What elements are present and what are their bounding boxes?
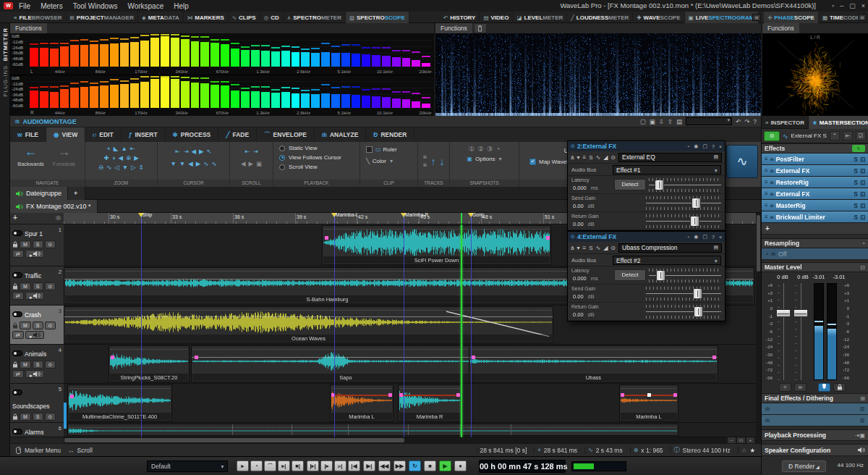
preset-field[interactable]: Ubass Compression▤ — [618, 243, 722, 253]
tab-filebrowser[interactable]: ≡FILEBROWSER — [10, 12, 67, 23]
snapshot-options-dropdown[interactable]: ▣Options▾ — [450, 153, 519, 164]
insert-icon[interactable]: ⇥ — [855, 432, 860, 439]
maximize-icon[interactable]: ▢ — [702, 234, 707, 240]
add-effect-slot[interactable]: + — [762, 223, 868, 235]
maximize-icon[interactable]: ▢ — [849, 2, 856, 9]
detect-button[interactable]: Detect — [614, 179, 646, 190]
level-icon[interactable]: ◢ — [603, 154, 608, 161]
zoom-tool-icon[interactable]: ◁ — [114, 164, 119, 172]
track-routing-button[interactable]: ⇄ — [12, 292, 24, 300]
tab-spectrometer[interactable]: ∧SPECTROMETER — [284, 12, 346, 23]
play-range-button-0[interactable]: |▸| — [307, 461, 319, 471]
scroll-tool-icon[interactable]: ▶ — [248, 160, 253, 168]
clip-scifi-power-down[interactable]: SciFi Power Down — [322, 225, 551, 265]
tab-video[interactable]: ▤VIDEO — [480, 12, 513, 23]
import-icon[interactable]: ⇧ — [668, 118, 673, 125]
effect-slot-restorerig[interactable]: ≡ıΙıRestoreRigS⊡ — [762, 177, 868, 188]
slider-handle[interactable] — [693, 288, 702, 299]
horizontal-scrollbar[interactable]: −▭+ — [64, 437, 756, 443]
tab-spectroscope[interactable]: ▥SPECTROSCOPE — [346, 12, 409, 23]
move-track-up-icon[interactable]: ↑ — [430, 156, 435, 167]
level-envelope[interactable] — [400, 395, 459, 396]
solo-button[interactable]: S — [33, 240, 43, 248]
param-slider[interactable] — [646, 287, 721, 300]
solo-button[interactable]: S — [33, 413, 43, 421]
marker-marimba-l[interactable]: Marimba-L — [331, 213, 337, 217]
track-bypass-button[interactable]: ⊙ — [45, 240, 56, 248]
track-routing-button[interactable]: ⇄ — [12, 370, 24, 378]
param-slider[interactable] — [646, 214, 721, 228]
monitor-icon[interactable]: ◉ — [694, 143, 698, 149]
track-header-crash[interactable]: Crash3MS⊙⇄● — [10, 306, 64, 345]
zoom-tool-icon[interactable]: ◣ — [114, 145, 119, 153]
zoom-tool-icon[interactable]: ▷ — [131, 164, 136, 172]
cursor-tool-icon[interactable]: ∿ — [211, 160, 216, 168]
add-group-tab[interactable]: + — [68, 187, 85, 200]
bypass-effect-button[interactable]: ⊡ — [860, 202, 865, 209]
forwards-button[interactable]: →Forwards — [48, 143, 81, 167]
tab-wavescope[interactable]: ✚WAVESCOPE — [633, 12, 684, 23]
cursor-tool-icon[interactable]: ▼ — [170, 160, 176, 168]
clip-handle[interactable] — [472, 356, 475, 359]
track-active-toggle[interactable] — [12, 390, 22, 395]
bypass-icon[interactable]: ⊡ — [860, 406, 864, 412]
tool-config-icon[interactable]: ∿ — [783, 133, 788, 140]
solo-icon[interactable]: S — [589, 245, 592, 251]
scroll-tool-icon[interactable]: ⇤ — [244, 148, 250, 156]
track-header-spur-1[interactable]: Spur 11MS⊙⇄● — [10, 224, 64, 266]
new-icon[interactable]: ▢ — [640, 118, 646, 125]
clip-handle[interactable] — [70, 395, 74, 398]
zoom-tool-icon[interactable]: ▲ — [121, 145, 127, 153]
marker-ship[interactable]: Ship — [138, 213, 144, 217]
clip-stringplucks-s08ct-20[interactable]: StringPlucks_S08CT.20 — [109, 345, 190, 382]
ribbon-tab-envelope[interactable]: ⌒ENVELOPE — [257, 127, 315, 142]
routing-icon[interactable]: ∿ — [595, 245, 600, 251]
zoom-preset-dropdown[interactable] — [686, 117, 732, 125]
undo-icon[interactable]: ↶ — [736, 118, 741, 125]
playback-mode-1[interactable]: View Follows Cursor — [273, 153, 359, 162]
track-list-icon[interactable]: ≣ — [423, 162, 427, 168]
slider-handle[interactable] — [692, 198, 701, 209]
bypass-effect-button[interactable]: ⊡ — [860, 214, 865, 221]
envelope-handle[interactable] — [456, 393, 460, 397]
anti-clip-button[interactable] — [818, 383, 830, 392]
lock-icon[interactable] — [12, 322, 18, 329]
master-power-button[interactable]: ⊙ — [764, 131, 780, 141]
lock-icon[interactable] — [12, 413, 18, 420]
lock-icon[interactable] — [837, 384, 843, 390]
envelope-handle[interactable] — [388, 393, 392, 397]
track-routing-button[interactable]: ⇄ — [12, 250, 24, 258]
lock-icon[interactable] — [12, 361, 18, 368]
envelope-handle[interactable] — [621, 393, 624, 397]
cursor-tool-icon[interactable]: ⇤ — [175, 148, 180, 156]
favorite-star-icon[interactable]: ☆ — [741, 447, 747, 454]
zoom-tool-icon[interactable]: ⊕ — [126, 154, 131, 162]
more-chevrons[interactable]: » — [336, 462, 340, 469]
export-icon[interactable]: ▤ — [676, 118, 682, 125]
file-tab-fx-montage[interactable]: FX Montage 002.v10 * — [10, 200, 98, 213]
tab-history[interactable]: ↶HISTORY — [440, 12, 480, 23]
snapshot-slot-icon[interactable]: ③ — [487, 145, 493, 153]
slider-handle[interactable] — [656, 270, 665, 281]
presets-icon[interactable]: ≡ — [582, 245, 586, 251]
param-slider[interactable] — [649, 178, 721, 192]
layout-options-icon[interactable]: ▤ — [752, 14, 761, 21]
window-titlebar[interactable]: ⊙4:External FX◔◉▢?× — [568, 232, 725, 242]
cursor-tool-icon[interactable]: ▶ — [196, 160, 201, 168]
close-icon[interactable]: × — [719, 144, 722, 149]
effect-slot-external-fx[interactable]: ≡ıΙıExternal FXS⊡ — [762, 165, 868, 177]
ruler-checkbox[interactable]: ▭Ruler — [360, 143, 417, 155]
zoom-tool-icon[interactable]: ◑ — [111, 154, 115, 162]
level-envelope[interactable] — [332, 395, 391, 396]
transport-preset-dropdown[interactable]: Default — [147, 461, 228, 472]
slider-handle[interactable] — [655, 180, 664, 190]
zoom-tool-icon[interactable]: ◀ — [119, 154, 124, 162]
bypass-effect-button[interactable]: ⊡ — [860, 179, 865, 186]
track-zoom-indicator[interactable] — [64, 403, 67, 429]
zoom-in-button[interactable]: + — [746, 437, 754, 443]
param-slider[interactable] — [646, 305, 721, 319]
lock-faders-button[interactable] — [833, 383, 846, 392]
play-mode-button-0[interactable]: ▸ — [237, 461, 249, 471]
forward-button[interactable]: ▶▶ — [393, 461, 406, 471]
tab-clips[interactable]: ∿CLIPS — [229, 12, 260, 23]
